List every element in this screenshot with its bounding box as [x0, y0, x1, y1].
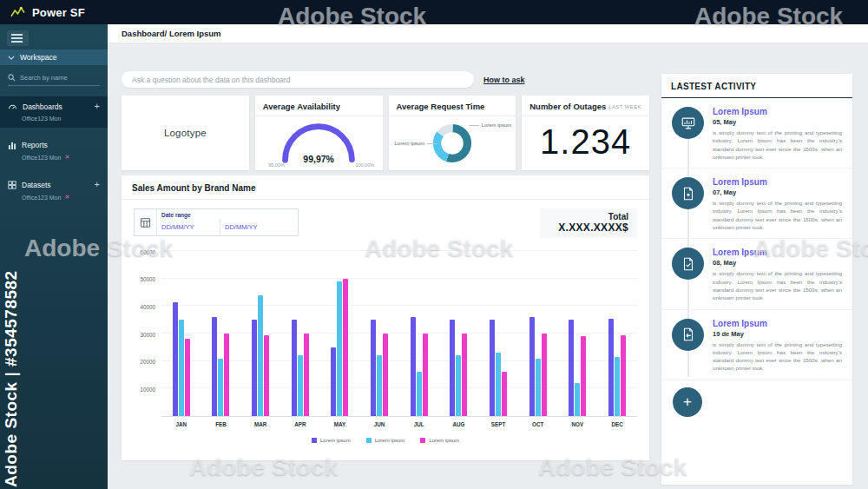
bar[interactable] — [608, 319, 614, 416]
bar[interactable] — [179, 320, 184, 416]
x-axis-label: JAN — [176, 421, 187, 427]
add-activity-button[interactable]: + — [673, 387, 702, 417]
file-plus-icon — [672, 177, 704, 209]
outages-value: 1.234 — [522, 116, 649, 167]
activity-item[interactable]: Lorem Ipsum 08, May is simply dummy text… — [661, 239, 852, 309]
outages-card: Number of Outages LAST WEEK 1.234 — [522, 96, 649, 170]
donut-svg — [432, 123, 472, 163]
bar[interactable] — [575, 383, 580, 416]
y-axis-label: 20000 — [140, 359, 155, 365]
bar[interactable] — [450, 320, 455, 416]
gauge-min-label: 95,00% — [268, 162, 285, 168]
x-axis-label: DEC — [611, 421, 622, 427]
bar[interactable] — [224, 334, 229, 416]
how-to-ask-link[interactable]: How to ask — [483, 76, 525, 84]
availability-card: Average Availability 99,97% 95,00% 100,0… — [255, 96, 383, 170]
bar-group: JUL — [411, 252, 428, 416]
bar[interactable] — [343, 279, 348, 416]
bar[interactable] — [542, 334, 547, 416]
bar[interactable] — [292, 320, 297, 416]
activity-title: LASTEST ACTIVITY — [661, 74, 852, 98]
bar[interactable] — [212, 317, 217, 416]
sidebar-group-datasets: Datasets + Office123 Mon ✕ — [0, 175, 108, 207]
bar[interactable] — [252, 320, 257, 416]
bar[interactable] — [423, 334, 428, 416]
bar[interactable] — [371, 320, 376, 416]
sidebar-search[interactable] — [8, 74, 100, 86]
bar[interactable] — [536, 359, 541, 417]
date-range-picker[interactable]: Date range — [134, 208, 299, 236]
activity-item[interactable]: Lorem Ipsum 07, May is simply dummy text… — [661, 169, 852, 239]
topbar: Power SF — [0, 0, 868, 24]
date-from-input[interactable] — [157, 223, 220, 231]
bar-group: AUG — [450, 252, 467, 416]
legend-label: Lorem ipsum — [429, 438, 459, 443]
menu-icon[interactable] — [7, 30, 29, 46]
bar-group: APR — [292, 252, 309, 416]
bar[interactable] — [258, 295, 263, 416]
add-dataset-button[interactable]: + — [95, 180, 100, 189]
activity-panel: LASTEST ACTIVITY Lorem Ipsum 05, May is … — [661, 74, 852, 485]
legend-swatch — [366, 438, 372, 443]
sidebar-item-datasets[interactable]: Datasets + — [0, 175, 108, 194]
bar[interactable] — [298, 355, 303, 416]
card-head: Average Request Time — [389, 96, 516, 116]
bar-group: MAR — [252, 252, 269, 416]
bar[interactable] — [411, 317, 416, 416]
bar[interactable] — [377, 355, 382, 416]
bar[interactable] — [417, 372, 422, 416]
activity-item[interactable]: Lorem Ipsum 19 de May is simply dummy te… — [661, 310, 852, 380]
close-icon[interactable]: ✕ — [64, 154, 69, 161]
bar[interactable] — [621, 335, 626, 416]
add-dashboard-button[interactable]: + — [95, 102, 100, 111]
sidebar-group-dashboards: Dashboards + Office123 Mon — [0, 96, 108, 128]
workspace-selector[interactable]: Workspace — [0, 50, 108, 65]
bar[interactable] — [331, 347, 336, 416]
bar[interactable] — [264, 335, 269, 416]
bar[interactable] — [529, 317, 535, 416]
bar[interactable] — [496, 353, 501, 416]
activity-item-date: 08, May — [713, 259, 842, 267]
bar[interactable] — [456, 355, 461, 416]
activity-item-date: 19 de May — [713, 330, 842, 338]
bar[interactable] — [383, 334, 388, 416]
donut-label: Lorem ipsum — [395, 141, 438, 146]
x-axis-label: APR — [294, 421, 306, 427]
bar[interactable] — [615, 357, 620, 416]
activity-item[interactable]: Lorem Ipsum 05, May is simply dummy text… — [661, 98, 852, 169]
sidebar-subitem-datasets[interactable]: Office123 Mon ✕ — [0, 194, 108, 207]
sidebar-subitem-reports[interactable]: Office123 Mon ✕ — [0, 154, 108, 167]
sidebar-item-reports[interactable]: Reports — [0, 135, 108, 154]
bar[interactable] — [462, 334, 467, 416]
bar-group: FEB — [212, 252, 229, 416]
app-name: Power SF — [32, 6, 85, 19]
bar[interactable] — [218, 359, 223, 417]
bar[interactable] — [173, 302, 178, 416]
card-head: Number of Outages LAST WEEK — [522, 96, 649, 116]
search-input[interactable] — [20, 74, 89, 82]
gauge-max-label: 100,00% — [355, 162, 374, 168]
sub-item-label: Office123 Mon — [22, 155, 61, 161]
bar-group: MAY — [331, 252, 348, 416]
date-inputs — [157, 219, 298, 235]
bar[interactable] — [337, 281, 342, 416]
bar[interactable] — [502, 372, 507, 416]
bar[interactable] — [490, 320, 495, 416]
card-head: Average Availability — [255, 96, 383, 116]
breadcrumb-bar: Dashboard/ Lorem Ipsum — [108, 24, 868, 43]
sidebar-item-dashboards[interactable]: Dashboards + — [0, 96, 108, 116]
x-axis-label: FEB — [215, 421, 227, 427]
date-range-fields: Date range — [157, 209, 298, 235]
bar[interactable] — [581, 336, 586, 416]
close-icon[interactable]: ✕ — [64, 194, 69, 201]
donut-label-text: Lorem ipsum — [395, 141, 425, 146]
ask-question-input[interactable] — [122, 71, 474, 88]
date-to-input[interactable] — [220, 223, 283, 231]
card-title: Average Request Time — [397, 102, 485, 111]
bar[interactable] — [569, 320, 574, 416]
activity-item-title: Lorem Ipsum — [713, 248, 842, 257]
monitor-chart-icon — [672, 107, 704, 139]
bar[interactable] — [304, 334, 309, 416]
sidebar-subitem-dashboards[interactable]: Office123 Mon — [0, 116, 108, 128]
bar[interactable] — [185, 339, 190, 416]
